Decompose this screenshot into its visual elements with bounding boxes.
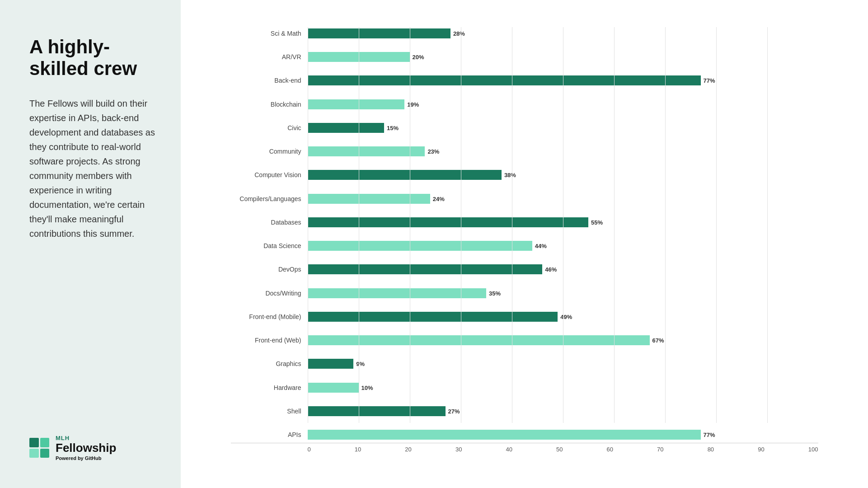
bar-row: Community23% (231, 145, 818, 158)
x-tick: 50 (556, 446, 563, 453)
bar-row: Front-end (Mobile)49% (231, 310, 818, 323)
bar-value: 15% (387, 124, 399, 131)
bar-label: Graphics (231, 360, 308, 367)
bar-fill (308, 75, 701, 85)
logo-sq-4 (40, 449, 50, 458)
bar-fill (308, 335, 650, 345)
bar-row: Graphics9% (231, 357, 818, 370)
bar-row: AR/VR20% (231, 51, 818, 63)
bar-label: APIs (231, 431, 308, 438)
bar-track: 20% (308, 52, 818, 62)
bar-row: DevOps46% (231, 263, 818, 276)
bar-track: 44% (308, 241, 818, 251)
bar-row: Compilers/Languages24% (231, 192, 818, 205)
x-tick: 100 (808, 446, 818, 453)
bar-track: 15% (308, 123, 818, 133)
bar-label: Docs/Writing (231, 290, 308, 297)
main-title: A highly-skilled crew (29, 36, 158, 80)
x-tick: 10 (355, 446, 361, 453)
bar-row: Databases55% (231, 216, 818, 229)
bar-label: Data Science (231, 242, 308, 249)
bar-fill (308, 312, 558, 322)
bar-track: 77% (308, 75, 818, 85)
left-panel: A highly-skilled crew The Fellows will b… (0, 0, 181, 488)
bars-stack: Sci & Math28%AR/VR20%Back-end77%Blockcha… (231, 27, 818, 441)
bar-value: 49% (560, 313, 572, 320)
x-tick: 80 (708, 446, 714, 453)
bar-value: 67% (652, 337, 664, 344)
bar-fill (308, 383, 359, 393)
chart-container: Sci & Math28%AR/VR20%Back-end77%Blockcha… (231, 27, 818, 461)
bar-label: AR/VR (231, 53, 308, 61)
bar-value: 28% (453, 30, 465, 37)
bar-fill (308, 99, 405, 109)
bar-label: Compilers/Languages (231, 195, 308, 202)
bar-row: Data Science44% (231, 239, 818, 252)
bar-fill (308, 288, 487, 298)
bar-fill (308, 359, 354, 369)
bar-track: 67% (308, 335, 818, 345)
chart-inner: Sci & Math28%AR/VR20%Back-end77%Blockcha… (231, 27, 818, 461)
x-axis-inner: 0102030405060708090100 (308, 443, 818, 453)
bar-row: Hardware10% (231, 381, 818, 394)
bar-value: 35% (489, 290, 501, 296)
bar-value: 9% (356, 361, 365, 367)
bar-value: 23% (427, 148, 439, 155)
bar-fill (308, 52, 410, 62)
bar-fill (308, 264, 543, 274)
bar-track: 23% (308, 146, 818, 156)
bar-track: 35% (308, 288, 818, 298)
bar-fill (308, 123, 385, 133)
bar-row: Front-end (Web)67% (231, 334, 818, 347)
bar-label: Computer Vision (231, 171, 308, 178)
x-tick: 40 (506, 446, 512, 453)
bar-row: Computer Vision38% (231, 169, 818, 181)
bar-label: Hardware (231, 384, 308, 391)
bar-label: Shell (231, 408, 308, 415)
bar-track: 49% (308, 312, 818, 322)
bar-row: Blockchain19% (231, 98, 818, 111)
bar-value: 38% (504, 172, 516, 178)
x-tick: 90 (758, 446, 764, 453)
x-tick: 20 (405, 446, 411, 453)
bar-label: Databases (231, 219, 308, 226)
logo-sq-2 (40, 438, 50, 447)
github-label: GitHub (85, 455, 102, 461)
bar-label: Back-end (231, 77, 308, 84)
bar-row: Docs/Writing35% (231, 287, 818, 300)
bar-value: 46% (545, 266, 557, 273)
bar-track: 38% (308, 170, 818, 180)
bar-row: Sci & Math28% (231, 27, 818, 40)
x-axis: 0102030405060708090100 (231, 443, 818, 461)
x-tick: 30 (455, 446, 462, 453)
bar-value: 20% (413, 54, 424, 61)
x-tick: 0 (308, 446, 311, 453)
bar-track: 55% (308, 217, 818, 227)
bar-track: 28% (308, 28, 818, 38)
logo-sq-1 (29, 438, 39, 447)
bar-label: DevOps (231, 266, 308, 273)
bar-fill (308, 28, 450, 38)
x-tick: 70 (657, 446, 663, 453)
bar-row: Back-end77% (231, 74, 818, 87)
bar-value: 10% (361, 384, 373, 391)
bar-label: Sci & Math (231, 30, 308, 37)
bar-value: 27% (448, 408, 460, 414)
bar-value: 44% (535, 243, 547, 249)
powered-text: Powered by (56, 455, 85, 461)
bar-fill (308, 430, 701, 440)
bar-fill (308, 241, 532, 251)
bar-value: 77% (704, 77, 715, 84)
bar-track: 77% (308, 430, 818, 440)
bar-fill (308, 170, 502, 180)
bar-value: 77% (704, 431, 715, 438)
bar-track: 46% (308, 264, 818, 274)
bar-track: 24% (308, 194, 818, 204)
bar-label: Civic (231, 124, 308, 131)
description: The Fellows will build on their expertis… (29, 96, 158, 241)
bar-label: Front-end (Web) (231, 337, 308, 344)
bar-value: 24% (433, 195, 445, 202)
bar-row: Civic15% (231, 122, 818, 134)
bar-value: 55% (591, 219, 603, 225)
bar-fill (308, 406, 446, 416)
